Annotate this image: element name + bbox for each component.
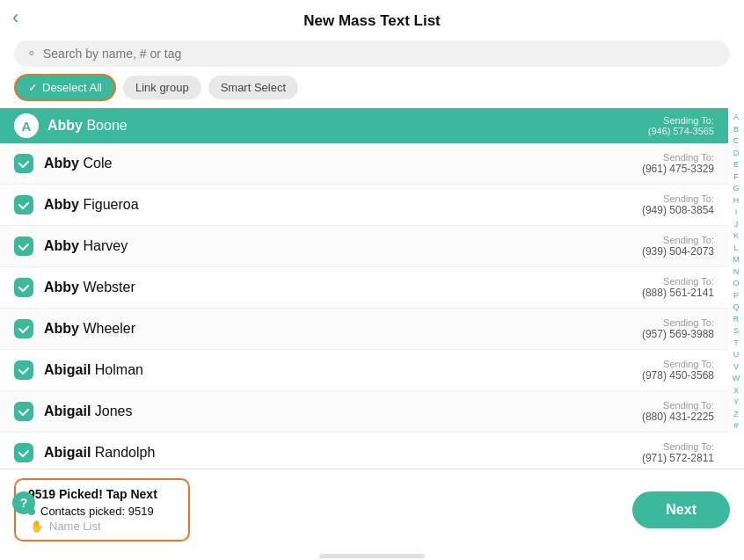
- alpha-letter[interactable]: R: [728, 314, 744, 326]
- alpha-letter[interactable]: U: [728, 349, 744, 361]
- footer: 9519 Picked! Tap Next Contacts picked: 9…: [0, 469, 744, 550]
- alpha-letter[interactable]: Q: [728, 302, 744, 314]
- alpha-letter[interactable]: L: [728, 243, 744, 255]
- sending-to-number: (888) 561-2141: [642, 287, 714, 299]
- alpha-sidebar: ABCDEFGHIJKLMNOPQRSTUVWXYZ#: [728, 108, 744, 469]
- sending-to-number: (961) 475-3329: [642, 163, 714, 175]
- contacts-list-wrapper: A Abby Boone Sending To: (946) 574-3565: [0, 108, 744, 469]
- alpha-letter[interactable]: P: [728, 290, 744, 302]
- hand-icon: ✋: [30, 520, 44, 533]
- sending-to-label: Sending To:: [642, 235, 714, 245]
- help-button[interactable]: ?: [12, 491, 35, 514]
- alpha-letter[interactable]: B: [728, 124, 744, 136]
- sending-to-label: Sending To:: [642, 400, 714, 411]
- section-first-contact-sending: Sending To: (946) 574-3565: [648, 115, 714, 136]
- footer-info: 9519 Picked! Tap Next Contacts picked: 9…: [14, 478, 190, 542]
- alpha-letter[interactable]: A: [728, 112, 744, 124]
- sending-to-label: Sending To:: [642, 276, 714, 287]
- alpha-letter[interactable]: O: [728, 278, 744, 290]
- contact-name: Abigail Jones: [44, 404, 132, 419]
- contact-name: Abby Figueroa: [44, 197, 139, 213]
- sending-to-label: Sending To:: [642, 193, 714, 204]
- search-input[interactable]: [43, 47, 718, 61]
- checkbox-checked[interactable]: [14, 236, 33, 256]
- contact-name: Abby Wheeler: [44, 321, 135, 337]
- alpha-letter[interactable]: Z: [728, 409, 744, 421]
- alpha-letter[interactable]: X: [728, 385, 744, 397]
- sending-to-label: Sending To:: [642, 317, 714, 328]
- alpha-letter[interactable]: J: [728, 219, 744, 231]
- checkbox-checked[interactable]: [14, 154, 33, 173]
- smart-select-button[interactable]: Smart Select: [208, 76, 298, 99]
- checkbox-checked[interactable]: [14, 360, 33, 380]
- back-button[interactable]: ‹: [12, 8, 18, 27]
- sending-to-number: (939) 504-2073: [642, 245, 714, 258]
- app-container: ‹ New Mass Text List ⚬ ✓ Deselect All Li…: [0, 0, 744, 560]
- sending-to-number: (971) 572-2811: [642, 452, 714, 464]
- contact-name: Abby Webster: [44, 280, 135, 295]
- list-item: Abigail Jones Sending To: (880) 431-2225: [0, 391, 728, 433]
- alpha-letter[interactable]: N: [728, 266, 744, 279]
- checkbox-checked[interactable]: [14, 195, 33, 215]
- alpha-letter[interactable]: D: [728, 148, 744, 160]
- section-letter-a: A: [14, 113, 39, 138]
- alpha-letter[interactable]: I: [728, 207, 744, 219]
- section-header-a: A Abby Boone Sending To: (946) 574-3565: [0, 108, 728, 143]
- alpha-letter[interactable]: #: [728, 420, 744, 433]
- sending-to-label: Sending To:: [642, 152, 714, 163]
- alpha-letter[interactable]: Y: [728, 396, 744, 409]
- contact-name: Abigail Holman: [44, 362, 143, 378]
- list-item: Abby Harvey Sending To: (939) 504-2073: [0, 226, 728, 267]
- sending-to-label: Sending To:: [642, 359, 714, 369]
- alpha-letter[interactable]: M: [728, 254, 744, 266]
- alpha-letter[interactable]: V: [728, 361, 744, 374]
- search-icon: ⚬: [26, 47, 37, 61]
- alpha-letter[interactable]: G: [728, 183, 744, 195]
- list-item: Abby Webster Sending To: (888) 561-2141: [0, 267, 728, 309]
- checkbox-checked[interactable]: [14, 402, 33, 421]
- section-first-contact-name: Abby Boone: [47, 118, 128, 134]
- alpha-letter[interactable]: F: [728, 171, 744, 184]
- alpha-letter[interactable]: S: [728, 325, 744, 338]
- footer-picked-label: 9519 Picked! Tap Next: [28, 487, 176, 501]
- contact-rows: Abby Cole Sending To: (961) 475-3329 Abb…: [0, 143, 728, 469]
- link-group-button[interactable]: Link group: [123, 76, 201, 99]
- header: ‹ New Mass Text List: [0, 0, 744, 35]
- contact-name: Abby Harvey: [44, 238, 128, 254]
- contacts-list: A Abby Boone Sending To: (946) 574-3565: [0, 108, 728, 469]
- deselect-all-button[interactable]: ✓ Deselect All: [14, 74, 116, 101]
- alpha-letter[interactable]: W: [728, 373, 744, 385]
- footer-name-list: ✋ Name List: [30, 520, 176, 533]
- sending-to-number: (978) 450-3568: [642, 369, 714, 382]
- list-item: Abigail Randolph Sending To: (971) 572-2…: [0, 433, 728, 469]
- check-icon: ✓: [28, 81, 38, 94]
- sending-to-number: (949) 508-3854: [642, 204, 714, 216]
- list-item: Abby Wheeler Sending To: (957) 569-3988: [0, 309, 728, 350]
- alpha-letter[interactable]: K: [728, 230, 744, 243]
- alpha-letter[interactable]: H: [728, 195, 744, 207]
- search-bar: ⚬: [14, 40, 730, 67]
- sending-to-number: (957) 569-3988: [642, 328, 714, 340]
- list-item: Abigail Holman Sending To: (978) 450-356…: [0, 350, 728, 391]
- footer-contacts-count: Contacts picked: 9519: [28, 505, 176, 518]
- list-item: Abby Cole Sending To: (961) 475-3329: [0, 143, 728, 185]
- next-button[interactable]: Next: [632, 491, 730, 528]
- toolbar: ✓ Deselect All Link group Smart Select: [0, 74, 744, 108]
- contact-name: Abigail Randolph: [44, 445, 155, 461]
- list-item: Abby Figueroa Sending To: (949) 508-3854: [0, 185, 728, 226]
- contact-name: Abby Cole: [44, 156, 112, 171]
- alpha-letter[interactable]: E: [728, 159, 744, 171]
- sending-to-number: (880) 431-2225: [642, 411, 714, 423]
- alpha-letter[interactable]: T: [728, 338, 744, 350]
- checkbox-checked[interactable]: [14, 278, 33, 297]
- checkbox-checked[interactable]: [14, 443, 33, 462]
- sending-to-label: Sending To:: [642, 441, 714, 452]
- page-title: New Mass Text List: [303, 12, 441, 30]
- checkbox-checked[interactable]: [14, 319, 33, 338]
- alpha-letter[interactable]: C: [728, 135, 744, 148]
- bottom-indicator: [319, 554, 425, 558]
